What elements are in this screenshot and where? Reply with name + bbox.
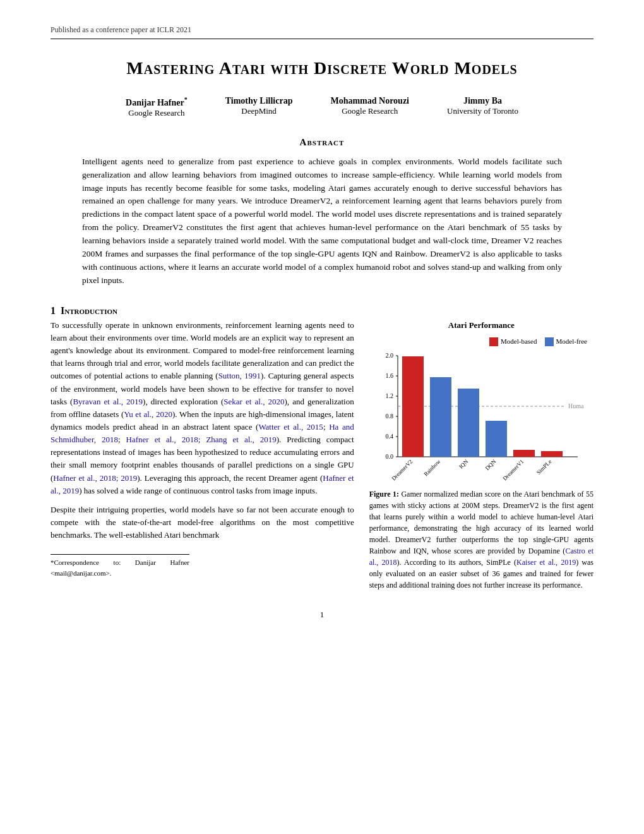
introduction-section: 1Introduction To successfully operate in… <box>51 305 593 591</box>
bar-iqn <box>458 389 479 457</box>
author-norouzi: Mohammad Norouzi Google Research <box>330 96 409 118</box>
svg-text:2.0: 2.0 <box>385 352 393 359</box>
legend-model-based-label: Model-based <box>501 336 537 347</box>
authors-section: Danijar Hafner* Google Research Timothy … <box>51 96 593 118</box>
intro-heading: 1Introduction <box>51 305 593 317</box>
left-column: To successfully operate in unknown envir… <box>51 319 354 591</box>
atari-chart-svg: 0.0 0.4 0.8 1.2 1.6 <box>369 349 584 482</box>
legend-model-free-box <box>545 337 554 346</box>
conference-text: Published as a conference paper at ICLR … <box>51 25 191 34</box>
conference-header: Published as a conference paper at ICLR … <box>51 25 593 39</box>
bar-rainbow <box>430 377 451 457</box>
bar-dreamerv1 <box>513 450 535 457</box>
svg-text:IQN: IQN <box>458 458 470 470</box>
figure-caption: Figure 1: Gamer normalized median score … <box>369 488 593 591</box>
svg-text:DreamerV2: DreamerV2 <box>390 458 414 481</box>
two-column-layout: To successfully operate in unknown envir… <box>51 319 593 591</box>
authors-row: Danijar Hafner* Google Research Timothy … <box>51 96 593 118</box>
author-ba: Jimmy Ba University of Toronto <box>447 96 518 118</box>
paper-title: Mastering Atari with Discrete World Mode… <box>51 58 593 78</box>
svg-text:Human Gamer: Human Gamer <box>568 402 584 409</box>
svg-text:SimPLe: SimPLe <box>535 458 553 476</box>
svg-text:1.2: 1.2 <box>385 392 393 399</box>
svg-text:0.4: 0.4 <box>385 433 393 440</box>
intro-para1: To successfully operate in unknown envir… <box>51 319 354 497</box>
bar-dreamerv2 <box>402 356 424 457</box>
svg-text:DQN: DQN <box>484 458 497 471</box>
legend-model-based-box <box>489 337 498 346</box>
author-hafner: Danijar Hafner* Google Research <box>126 96 188 118</box>
legend-model-free: Model-free <box>545 336 587 347</box>
abstract-text: Intelligent agents need to generalize fr… <box>82 155 562 287</box>
footnote: *Correspondence to: Danijar Hafner <mail… <box>51 554 189 579</box>
bar-simple <box>541 451 563 457</box>
chart-container: Atari Performance Model-based Model-free <box>369 319 593 482</box>
svg-text:0.0: 0.0 <box>385 453 393 460</box>
svg-text:1.6: 1.6 <box>385 372 393 379</box>
svg-text:0.8: 0.8 <box>385 413 393 420</box>
page-number: 1 <box>51 610 593 620</box>
svg-text:DreamerV1: DreamerV1 <box>501 458 525 481</box>
author-lillicrap: Timothy Lillicrap DeepMind <box>225 96 293 118</box>
chart-legend: Model-based Model-free <box>369 336 593 347</box>
bar-dqn <box>486 421 507 457</box>
svg-text:Rainbow: Rainbow <box>422 458 441 477</box>
legend-model-based: Model-based <box>489 336 537 347</box>
legend-model-free-label: Model-free <box>556 336 587 347</box>
chart-title: Atari Performance <box>369 319 593 332</box>
right-column: Atari Performance Model-based Model-free <box>369 319 593 591</box>
abstract-heading: Abstract <box>51 137 593 148</box>
intro-para2: Despite their intriguing properties, wor… <box>51 504 354 541</box>
